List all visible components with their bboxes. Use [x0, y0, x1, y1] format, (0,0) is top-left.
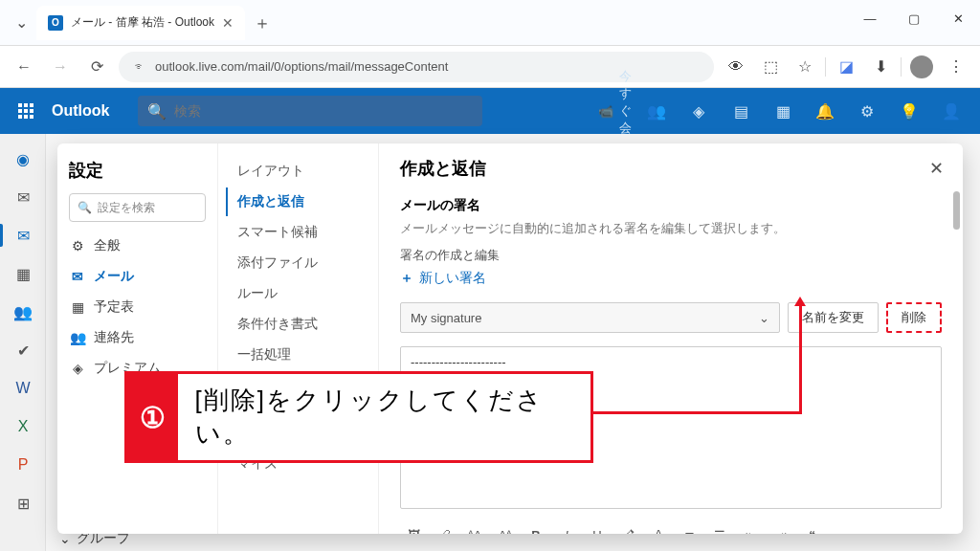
tips-icon[interactable]: 💡 — [890, 88, 928, 134]
new-signature-button[interactable]: ＋ 新しい署名 — [400, 270, 942, 287]
sub-compose-reply[interactable]: 作成と返信 — [226, 187, 370, 216]
diamond-icon: ◈ — [69, 361, 86, 376]
highlight-icon[interactable]: 🖍 — [614, 522, 641, 534]
tab-search-button[interactable]: ⌄ — [8, 8, 34, 38]
font-size-down-icon[interactable]: Aᴬ — [492, 522, 519, 534]
settings-gear-icon[interactable]: ⚙ — [848, 88, 886, 134]
rail-word-icon[interactable]: W — [0, 369, 46, 408]
settings-title: 設定 — [69, 159, 206, 182]
sub-rules[interactable]: ルール — [226, 279, 370, 308]
callout-connector — [799, 304, 802, 414]
sub-conditional-formatting[interactable]: 条件付き書式 — [226, 310, 370, 339]
category-mail[interactable]: ✉メール — [69, 266, 206, 287]
plus-icon: ＋ — [400, 270, 413, 287]
settings-dialog: 設定 🔍 設定を検索 ⚙全般 ✉メール ▦予定表 👥連絡先 ◈プレミアム レイア… — [57, 143, 963, 534]
signature-select[interactable]: My signature ⌄ — [400, 302, 780, 333]
category-label: 予定表 — [94, 298, 134, 316]
font-family-icon[interactable]: 🖊 — [431, 522, 457, 534]
account-icon[interactable]: 👤 — [932, 88, 970, 134]
rail-mail-icon[interactable]: ✉ — [0, 216, 46, 254]
premium-diamond-icon[interactable]: ◈ — [679, 88, 718, 134]
category-calendar[interactable]: ▦予定表 — [69, 297, 206, 318]
search-icon: 🔍 — [78, 201, 92, 214]
category-general[interactable]: ⚙全般 — [69, 235, 206, 256]
browser-tab[interactable]: O メール - 笛摩 祐浩 - Outlook ✕ — [36, 6, 245, 40]
more-options-icon[interactable]: ⋯ — [829, 522, 856, 534]
sub-smart-suggestions[interactable]: スマート候補 — [226, 218, 370, 247]
outlook-favicon: O — [48, 15, 63, 31]
gear-icon: ⚙ — [69, 238, 86, 253]
rail-more-apps-icon[interactable]: ⊞ — [0, 484, 46, 522]
outlook-header: Outlook 🔍 📹 今すぐ会議 👥 ◈ ▤ ▦ 🔔 ⚙ 💡 👤 — [0, 88, 980, 134]
indent-icon[interactable]: ⇥ — [768, 522, 794, 534]
rail-calendar-icon[interactable]: ▦ — [0, 254, 46, 293]
italic-icon[interactable]: I — [553, 522, 580, 534]
rail-excel-icon[interactable]: X — [0, 408, 46, 446]
chevron-down-icon: ⌄ — [759, 311, 769, 325]
profile-avatar[interactable] — [907, 53, 936, 81]
quote-icon[interactable]: ❝ — [798, 522, 825, 534]
editor-line: ----------------------- — [411, 355, 931, 369]
new-tab-button[interactable]: ＋ — [247, 8, 278, 38]
site-info-icon[interactable]: ᯤ — [132, 59, 147, 74]
scrollbar[interactable] — [953, 191, 960, 528]
callout-arrow-icon — [794, 297, 806, 306]
news-icon[interactable]: ▤ — [722, 88, 760, 134]
browser-tab-bar: ⌄ O メール - 笛摩 祐浩 - Outlook ✕ ＋ — [0, 0, 980, 46]
settings-search-placeholder: 設定を検索 — [98, 200, 155, 216]
font-size-up-icon[interactable]: ᴬA — [461, 522, 488, 534]
outdent-icon[interactable]: ⇤ — [737, 522, 764, 534]
meet-now-button[interactable]: 📹 今すぐ会議 — [595, 88, 634, 134]
delete-button[interactable]: 削除 — [886, 302, 942, 333]
bookmark-icon[interactable]: ☆ — [791, 53, 819, 81]
category-people[interactable]: 👥連絡先 — [69, 327, 206, 348]
forward-button[interactable]: → — [46, 53, 75, 81]
editor-toolbar: 🖼 🖊 ᴬA Aᴬ B I U 🖍 A ≣ ☰ ⇤ ⇥ ❝ ⋯ — [400, 517, 942, 534]
browser-menu-icon[interactable]: ⋮ — [942, 53, 970, 81]
search-box[interactable]: 🔍 — [138, 96, 482, 126]
numbered-list-icon[interactable]: ☰ — [706, 522, 733, 534]
calendar-day-icon[interactable]: ▦ — [764, 88, 802, 134]
bullets-icon[interactable]: ≣ — [676, 522, 702, 534]
rail-ppt-icon[interactable]: P — [0, 446, 46, 484]
settings-search-input[interactable]: 🔍 設定を検索 — [69, 193, 206, 222]
people-icon: 👥 — [69, 330, 86, 345]
rail-home-icon[interactable]: ◉ — [0, 140, 46, 178]
mail-icon: ✉ — [69, 269, 86, 284]
minimize-button[interactable]: — — [848, 0, 892, 36]
sub-sweep[interactable]: 一括処理 — [226, 341, 370, 369]
maximize-button[interactable]: ▢ — [892, 0, 936, 36]
rail-todo-icon[interactable]: ✔ — [0, 331, 46, 369]
search-input[interactable] — [174, 103, 473, 119]
rail-people-icon[interactable]: 👥 — [0, 293, 46, 331]
eye-icon[interactable]: 👁 — [722, 53, 750, 81]
reload-button[interactable]: ⟳ — [82, 53, 111, 81]
rename-label: 名前を変更 — [802, 309, 864, 326]
install-icon[interactable]: ⬚ — [756, 53, 785, 81]
sub-layout[interactable]: レイアウト — [226, 157, 370, 186]
app-body: ◉ ✉ ✉ ▦ 👥 ✔ W X P ⊞ ⌄ グループ 設定 🔍 設定を検索 ⚙全… — [0, 134, 980, 551]
dialog-title: 作成と返信 — [400, 157, 942, 180]
back-button[interactable]: ← — [10, 53, 38, 81]
download-icon[interactable]: ⬇ — [866, 53, 895, 81]
rail-drafts-icon[interactable]: ✉ — [0, 178, 46, 216]
teams-icon[interactable]: 👥 — [637, 88, 676, 134]
scrollbar-thumb[interactable] — [953, 191, 960, 230]
font-color-icon[interactable]: A — [645, 522, 672, 534]
close-window-button[interactable]: ✕ — [936, 0, 980, 36]
browser-nav-bar: ← → ⟳ ᯤ outlook.live.com/mail/0/options/… — [0, 46, 980, 88]
close-dialog-button[interactable]: ✕ — [923, 155, 949, 182]
extension-icon[interactable]: ◪ — [832, 53, 860, 81]
category-label: 全般 — [94, 237, 121, 254]
app-launcher-icon[interactable] — [10, 95, 42, 127]
left-rail: ◉ ✉ ✉ ▦ 👥 ✔ W X P ⊞ — [0, 134, 46, 551]
sub-attachments[interactable]: 添付ファイル — [226, 249, 370, 277]
bold-icon[interactable]: B — [523, 522, 549, 534]
settings-categories: 設定 🔍 設定を検索 ⚙全般 ✉メール ▦予定表 👥連絡先 ◈プレミアム — [57, 143, 218, 534]
insert-image-icon[interactable]: 🖼 — [400, 522, 427, 534]
app-name: Outlook — [52, 102, 109, 120]
notifications-icon[interactable]: 🔔 — [806, 88, 844, 134]
signature-heading: メールの署名 — [400, 197, 942, 214]
tab-close-icon[interactable]: ✕ — [222, 15, 234, 31]
underline-icon[interactable]: U — [584, 522, 611, 534]
